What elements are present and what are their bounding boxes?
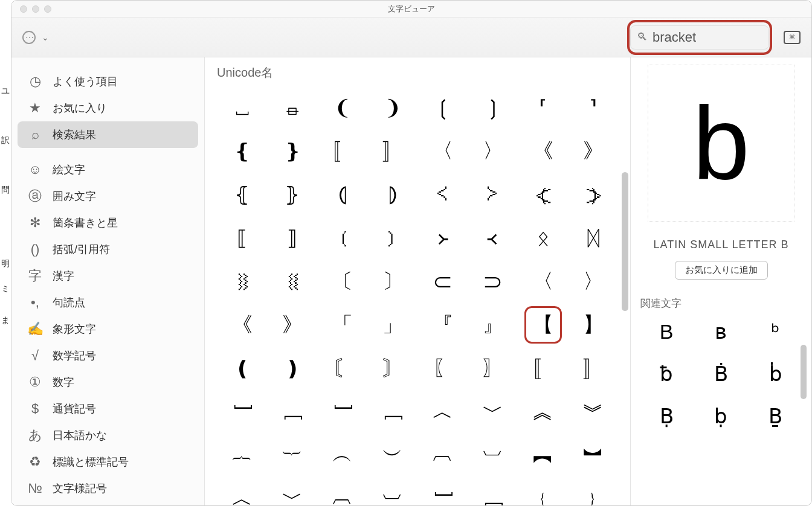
char-cell[interactable]: ︻ — [518, 434, 568, 477]
search-field[interactable]: 🔍︎ ✕ — [630, 25, 769, 50]
related-char[interactable]: Ḇ — [755, 401, 797, 431]
related-char[interactable]: ḅ — [700, 401, 742, 431]
sidebar-item-enclosed[interactable]: ⓐ囲み文字 — [18, 183, 198, 210]
char-cell[interactable]: ︹ — [417, 434, 468, 477]
char-cell[interactable]: 〈 — [417, 129, 468, 173]
char-cell[interactable]: 【 — [518, 303, 568, 347]
char-cell[interactable]: 〈 — [518, 260, 568, 303]
char-cell[interactable]: 〙 — [367, 347, 417, 390]
char-cell[interactable]: 〖 — [417, 347, 468, 390]
char-cell[interactable]: 《 — [217, 303, 267, 347]
char-cell[interactable]: 〘 — [317, 347, 367, 390]
related-char[interactable]: ƀ — [645, 359, 688, 389]
char-cell[interactable]: 「 — [317, 303, 367, 347]
char-cell[interactable]: ︿ — [217, 477, 267, 505]
char-cell[interactable]: 〔 — [317, 260, 367, 303]
traffic-lights[interactable] — [20, 5, 51, 13]
char-cell[interactable]: ︷ — [217, 434, 267, 477]
add-favorite-button[interactable]: お気に入りに追加 — [675, 261, 768, 280]
sidebar-item-digit[interactable]: ①数字 — [18, 369, 198, 396]
sidebar-item-sign[interactable]: ♻標識と標準記号 — [18, 449, 198, 475]
sidebar-item-punct[interactable]: •,句読点 — [18, 289, 198, 316]
sidebar-item-picto[interactable]: ✍象形文字 — [18, 316, 198, 342]
char-cell[interactable]: ⟯ — [367, 216, 417, 260]
char-cell[interactable]: 〉 — [568, 260, 618, 303]
search-input[interactable] — [652, 30, 812, 45]
char-cell[interactable]: 】 — [568, 303, 618, 347]
char-cell[interactable]: 〛 — [367, 129, 417, 173]
char-cell[interactable]: ⸦ — [417, 260, 468, 303]
char-cell[interactable]: ᚛ — [417, 216, 468, 260]
char-cell[interactable]: ᛞ — [568, 216, 618, 260]
char-cell[interactable]: ⧚ — [217, 260, 267, 303]
sidebar-item-star[interactable]: ★お気に入り — [18, 95, 198, 121]
scrollbar[interactable] — [622, 172, 628, 311]
char-cell[interactable]: ︵ — [317, 434, 367, 477]
char-cell[interactable]: ︺ — [468, 434, 518, 477]
char-cell[interactable]: ⦇ — [317, 173, 367, 216]
char-cell[interactable]: ⦔ — [568, 173, 618, 216]
char-cell[interactable]: ❴ — [217, 129, 267, 173]
char-cell[interactable]: ❪ — [217, 347, 267, 390]
detail-scrollbar[interactable] — [801, 345, 807, 399]
sidebar-item-search[interactable]: ⌕検索結果 — [18, 121, 198, 148]
char-cell[interactable]: ﹈ — [267, 390, 317, 434]
char-cell[interactable]: ︶ — [367, 434, 417, 477]
char-cell[interactable]: ⦃ — [217, 173, 267, 216]
char-cell[interactable]: ﹇ — [417, 477, 468, 505]
char-cell[interactable]: ❨ — [317, 86, 367, 129]
char-cell[interactable]: ﹇ — [317, 390, 367, 434]
char-cell[interactable]: ❳ — [468, 86, 518, 129]
char-cell[interactable]: 《 — [518, 129, 568, 173]
char-cell[interactable]: ⦄ — [267, 173, 317, 216]
char-cell[interactable]: 〛 — [568, 347, 618, 390]
minimize-icon[interactable] — [32, 5, 39, 13]
char-cell[interactable]: ⟦ — [217, 216, 267, 260]
sidebar-item-math[interactable]: √数学記号 — [18, 342, 198, 369]
related-char[interactable]: Ḃ — [700, 359, 742, 389]
char-cell[interactable]: 》 — [267, 303, 317, 347]
char-cell[interactable]: ︼ — [568, 434, 618, 477]
char-cell[interactable]: ︿ — [417, 390, 468, 434]
char-cell[interactable]: 〚 — [317, 129, 367, 173]
char-cell[interactable]: ⏛ — [267, 86, 317, 129]
sidebar-item-paren[interactable]: ()括弧/引用符 — [18, 236, 198, 263]
char-cell[interactable]: ﹈ — [468, 477, 518, 505]
char-cell[interactable]: ❵ — [267, 129, 317, 173]
char-cell[interactable]: 〕 — [367, 260, 417, 303]
char-cell[interactable]: ⦈ — [367, 173, 417, 216]
char-cell[interactable]: ⸣ — [568, 86, 618, 129]
char-cell[interactable]: ﹈ — [367, 390, 417, 434]
char-cell[interactable]: ⟧ — [267, 216, 317, 260]
sidebar-item-emoji[interactable]: ☺絵文字 — [18, 156, 198, 183]
char-cell[interactable]: ⧽ — [468, 173, 518, 216]
related-char[interactable]: ᵇ — [755, 316, 797, 347]
char-cell[interactable]: ﹛ — [518, 477, 568, 505]
char-cell[interactable]: ︽ — [518, 390, 568, 434]
char-cell[interactable]: ⧛ — [267, 260, 317, 303]
char-cell[interactable]: ❫ — [267, 347, 317, 390]
related-char[interactable]: ʙ — [700, 316, 742, 347]
sidebar-item-clock[interactable]: ◷よく使う項目 — [18, 68, 198, 95]
char-cell[interactable]: 〗 — [468, 347, 518, 390]
char-cell[interactable]: 」 — [367, 303, 417, 347]
char-cell[interactable]: 『 — [417, 303, 468, 347]
char-cell[interactable]: 〚 — [518, 347, 568, 390]
char-cell[interactable]: ⟮ — [317, 216, 367, 260]
sidebar-item-letterlike[interactable]: №文字様記号 — [18, 475, 198, 502]
chevron-down-icon[interactable]: ⌄ — [42, 33, 49, 42]
sidebar-item-currency[interactable]: $通貨記号 — [18, 396, 198, 422]
char-cell[interactable]: ⸧ — [468, 260, 518, 303]
char-cell[interactable]: 》 — [568, 129, 618, 173]
char-cell[interactable]: ﹇ — [217, 390, 267, 434]
char-cell[interactable]: ﹜ — [568, 477, 618, 505]
char-cell[interactable]: ❩ — [367, 86, 417, 129]
close-icon[interactable] — [20, 5, 27, 13]
char-cell[interactable]: ❲ — [417, 86, 468, 129]
char-cell[interactable]: 』 — [468, 303, 518, 347]
char-cell[interactable]: 〉 — [468, 129, 518, 173]
char-cell[interactable]: ﹀ — [468, 390, 518, 434]
char-cell[interactable]: ⧼ — [417, 173, 468, 216]
sidebar-item-kana[interactable]: あ日本語かな — [18, 422, 198, 449]
related-char[interactable]: B — [645, 316, 688, 347]
